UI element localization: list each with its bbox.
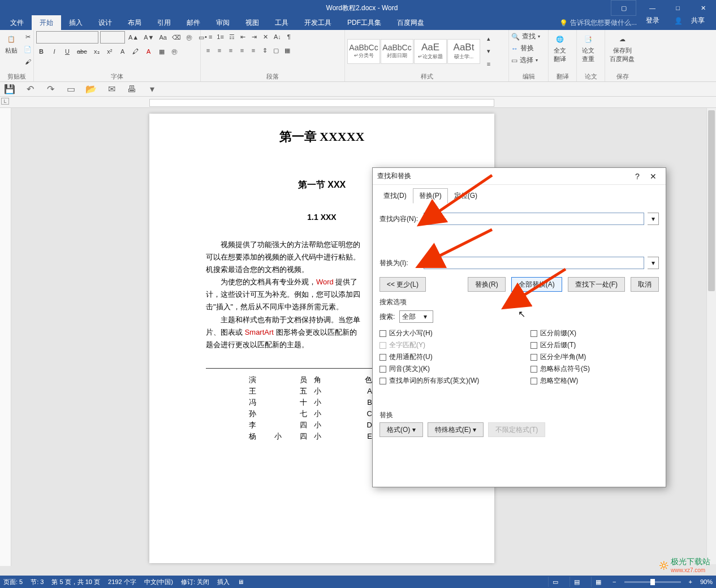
find-what-input[interactable] [424, 213, 644, 225]
check-sounds-like[interactable]: 同音(英文)(K) [379, 364, 508, 374]
qat-open[interactable]: 📂 [86, 84, 96, 94]
check-wildcards[interactable]: 使用通配符(U) [379, 352, 508, 362]
bullets-button[interactable]: • ≡ [203, 31, 214, 42]
font-size-select[interactable] [100, 31, 125, 44]
status-track[interactable]: 修订: 关闭 [181, 578, 209, 586]
bold-button[interactable]: B [36, 46, 46, 57]
replace-all-button[interactable]: 全部替换(A) [511, 277, 562, 292]
select-button[interactable]: ▭选择▾ [511, 55, 546, 66]
find-button[interactable]: 🔍查找▾ [511, 31, 546, 42]
borders-button[interactable]: ▦ [282, 45, 292, 56]
distribute-button[interactable]: ≡ [248, 45, 258, 56]
check-word-forms[interactable]: 查找单词的所有形式(英文)(W) [379, 376, 508, 386]
tell-me-search[interactable]: 💡 告诉我您想要做什么... [554, 16, 642, 30]
dialog-close-button[interactable]: ✕ [645, 172, 661, 181]
paste-button[interactable]: 📋 粘贴 [2, 31, 20, 56]
subscript-button[interactable]: x₂ [92, 46, 102, 57]
strikethrough-button[interactable]: abc [75, 46, 89, 57]
status-pages[interactable]: 第 5 页，共 10 页 [51, 578, 100, 586]
justify-button[interactable]: ≡ [237, 45, 247, 56]
check-ignore-punct[interactable]: 忽略标点符号(S) [530, 364, 659, 374]
save-to-cloud-button[interactable]: ☁保存到 百度网盘 [607, 31, 637, 64]
copy-button[interactable]: 📄 [22, 44, 33, 55]
cancel-button[interactable]: 取消 [631, 277, 659, 292]
special-button[interactable]: 特殊格式(E) ▾ [428, 422, 484, 437]
character-shading-button[interactable]: ▦ [157, 46, 167, 57]
ribbon-display-options[interactable]: ▢ [611, 0, 636, 16]
cut-button[interactable]: ✂ [22, 31, 33, 42]
check-suffix[interactable]: 区分后缀(T) [530, 340, 659, 350]
superscript-button[interactable]: x² [105, 46, 115, 57]
qat-undo[interactable]: ↶ [25, 84, 35, 94]
phonetic-guide-button[interactable]: ㊕ [184, 32, 195, 43]
style-item-0[interactable]: AaBbCc↵分类号 [347, 39, 380, 64]
tab-pdf[interactable]: PDF工具集 [339, 15, 389, 30]
dialog-tab-find[interactable]: 查找(D) [377, 188, 413, 204]
styles-more-up[interactable]: ▴ [484, 33, 494, 45]
shrink-font-button[interactable]: A▼ [142, 32, 156, 43]
find-next-button[interactable]: 查找下一处(F) [568, 277, 625, 292]
qat-more[interactable]: ▾ [147, 84, 157, 94]
numbering-button[interactable]: 1≡ [215, 31, 226, 42]
asian-layout-button[interactable]: ✕ [261, 31, 271, 42]
decrease-indent-button[interactable]: ⇤ [238, 31, 248, 42]
increase-indent-button[interactable]: ⇥ [249, 31, 260, 42]
tab-dev[interactable]: 开发工具 [296, 15, 339, 30]
tab-insert[interactable]: 插入 [61, 15, 90, 30]
font-family-select[interactable] [36, 31, 98, 44]
show-marks-button[interactable]: ¶ [284, 31, 294, 42]
tab-layout[interactable]: 布局 [120, 15, 149, 30]
qat-save[interactable]: 💾 [5, 84, 15, 94]
underline-button[interactable]: U [62, 46, 72, 57]
check-width[interactable]: 区分全/半角(M) [530, 352, 659, 362]
tab-baidu[interactable]: 百度网盘 [389, 15, 432, 30]
plagiarism-button[interactable]: 📑论文 查重 [579, 31, 597, 64]
line-spacing-button[interactable]: ⇕ [260, 45, 270, 56]
shading-button[interactable]: ▢ [271, 45, 281, 56]
replace-history-dropdown[interactable]: ▾ [648, 257, 659, 269]
horizontal-ruler[interactable]: L [0, 97, 716, 108]
find-history-dropdown[interactable]: ▾ [648, 213, 659, 225]
change-case-button[interactable]: Aa [157, 32, 168, 43]
tab-view[interactable]: 视图 [238, 15, 267, 30]
style-item-3[interactable]: AaBt硕士学... [447, 39, 480, 64]
font-color-button[interactable]: A [144, 46, 154, 57]
tab-references[interactable]: 引用 [149, 15, 179, 30]
tab-review[interactable]: 审阅 [208, 15, 238, 30]
translate-button[interactable]: 🌐全文 翻译 [551, 31, 569, 64]
status-insert[interactable]: 插入 [217, 578, 230, 586]
style-item-1[interactable]: AaBbCc封面日期 [381, 39, 413, 64]
vertical-ruler[interactable] [0, 108, 11, 566]
tab-design[interactable]: 设计 [90, 15, 120, 30]
text-effects-button[interactable]: A [118, 46, 128, 57]
vertical-scrollbar[interactable] [706, 108, 716, 564]
dialog-help-button[interactable]: ? [629, 172, 645, 181]
format-painter-button[interactable]: 🖌 [22, 56, 33, 67]
replace-with-input[interactable] [424, 257, 644, 269]
login-link[interactable]: 登录 [642, 11, 663, 30]
styles-more-down[interactable]: ▾ [484, 46, 494, 57]
tab-tools[interactable]: 工具 [267, 15, 296, 30]
zoom-slider[interactable] [624, 581, 681, 583]
share-button[interactable]: 👤共享 [667, 11, 711, 30]
clear-formatting-button[interactable]: ⌫ [170, 32, 183, 43]
check-match-case[interactable]: 区分大小写(H) [379, 328, 508, 338]
format-button[interactable]: 格式(O) ▾ [379, 422, 423, 437]
view-read-button[interactable]: ▭ [548, 577, 562, 587]
replace-button[interactable]: ↔替换 [511, 43, 546, 54]
qat-print[interactable]: 🖶 [127, 84, 137, 94]
status-language[interactable]: 中文(中国) [144, 578, 173, 586]
align-right-button[interactable]: ≡ [226, 45, 236, 56]
view-web-button[interactable]: ▦ [591, 577, 605, 587]
zoom-in-button[interactable]: + [689, 578, 692, 585]
tab-mail[interactable]: 邮件 [179, 15, 208, 30]
ruler-corner[interactable]: L [1, 98, 9, 105]
zoom-out-button[interactable]: − [613, 578, 616, 585]
search-direction-select[interactable]: 全部▾ [399, 310, 433, 323]
check-prefix[interactable]: 区分前缀(X) [530, 328, 659, 338]
less-button[interactable]: << 更少(L) [379, 277, 426, 292]
zoom-level[interactable]: 90% [700, 578, 713, 585]
styles-gallery[interactable]: AaBbCc↵分类号 AaBbCc封面日期 AaE↵论文标题 AaBt硕士学..… [347, 39, 480, 64]
check-ignore-space[interactable]: 忽略空格(W) [530, 376, 659, 386]
dialog-tab-goto[interactable]: 定位(G) [448, 188, 484, 204]
